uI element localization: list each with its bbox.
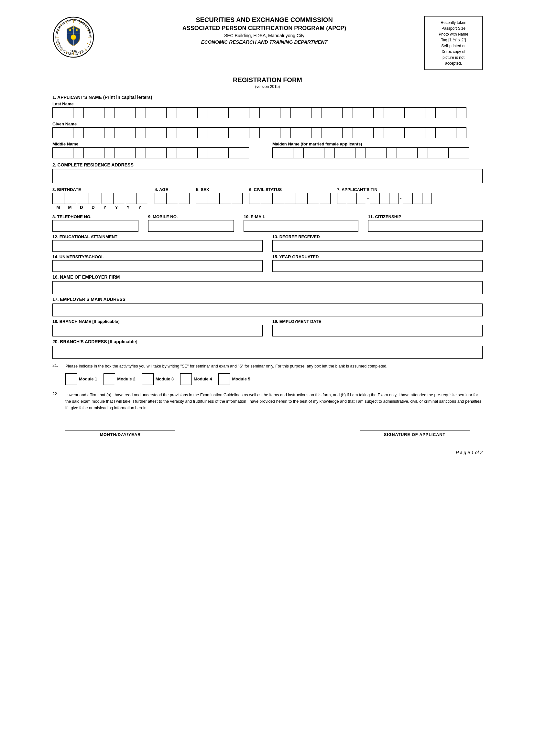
university-input[interactable] xyxy=(52,260,263,272)
char-cell[interactable] xyxy=(197,127,208,138)
char-cell[interactable] xyxy=(352,107,363,118)
char-cell[interactable] xyxy=(73,107,83,118)
char-cell[interactable] xyxy=(125,148,135,158)
char-cell[interactable] xyxy=(83,148,94,158)
date-cell-m1[interactable] xyxy=(52,193,64,204)
cs-cell3[interactable] xyxy=(272,193,284,204)
sex-cell3[interactable] xyxy=(219,193,231,204)
char-cell[interactable] xyxy=(52,127,63,138)
char-cell[interactable] xyxy=(94,127,104,138)
char-cell[interactable] xyxy=(197,107,208,118)
char-cell[interactable] xyxy=(177,107,187,118)
sex-cell2[interactable] xyxy=(208,193,219,204)
char-cell[interactable] xyxy=(446,127,456,138)
char-cell[interactable] xyxy=(425,107,436,118)
char-cell[interactable] xyxy=(438,148,448,158)
char-cell[interactable] xyxy=(280,107,291,118)
char-cell[interactable] xyxy=(283,148,293,158)
tin-c4[interactable] xyxy=(370,193,380,204)
char-cell[interactable] xyxy=(228,107,239,118)
char-cell[interactable] xyxy=(259,107,270,118)
char-cell[interactable] xyxy=(456,127,466,138)
char-cell[interactable] xyxy=(322,127,332,138)
char-cell[interactable] xyxy=(249,107,259,118)
char-cell[interactable] xyxy=(270,107,280,118)
char-cell[interactable] xyxy=(291,127,301,138)
char-cell[interactable] xyxy=(135,148,146,158)
char-cell[interactable] xyxy=(314,148,324,158)
tin-c1[interactable] xyxy=(337,193,347,204)
edu-attainment-input[interactable] xyxy=(52,240,263,252)
sex-cell1[interactable] xyxy=(196,193,208,204)
tin-c7[interactable] xyxy=(403,193,412,204)
char-cell[interactable] xyxy=(355,148,366,158)
char-cell[interactable] xyxy=(156,127,166,138)
char-cell[interactable] xyxy=(386,148,397,158)
char-cell[interactable] xyxy=(218,127,228,138)
char-cell[interactable] xyxy=(187,148,197,158)
char-cell[interactable] xyxy=(83,127,94,138)
char-cell[interactable] xyxy=(345,148,355,158)
employer-address-input[interactable] xyxy=(52,304,483,316)
date-cell-m2[interactable] xyxy=(64,193,76,204)
char-cell[interactable] xyxy=(166,127,177,138)
char-cell[interactable] xyxy=(135,107,146,118)
char-cell[interactable] xyxy=(407,148,417,158)
date-cell-d2[interactable] xyxy=(89,193,100,204)
tin-c3[interactable] xyxy=(356,193,366,204)
char-cell[interactable] xyxy=(177,148,187,158)
branch-address-input[interactable] xyxy=(52,346,483,359)
char-cell[interactable] xyxy=(301,107,311,118)
tin-c5[interactable] xyxy=(380,193,389,204)
tin-c9[interactable] xyxy=(422,193,432,204)
char-cell[interactable] xyxy=(52,148,63,158)
email-input[interactable] xyxy=(243,220,358,232)
char-cell[interactable] xyxy=(218,107,228,118)
char-cell[interactable] xyxy=(436,107,446,118)
tin-c6[interactable] xyxy=(389,193,399,204)
char-cell[interactable] xyxy=(363,107,373,118)
char-cell[interactable] xyxy=(332,127,342,138)
char-cell[interactable] xyxy=(272,148,283,158)
char-cell[interactable] xyxy=(146,107,156,118)
char-cell[interactable] xyxy=(415,107,425,118)
char-cell[interactable] xyxy=(187,107,197,118)
char-cell[interactable] xyxy=(94,107,104,118)
mobile-input[interactable] xyxy=(148,220,234,232)
char-cell[interactable] xyxy=(115,148,125,158)
char-cell[interactable] xyxy=(177,127,187,138)
tin-c2[interactable] xyxy=(347,193,356,204)
char-cell[interactable] xyxy=(363,127,373,138)
char-cell[interactable] xyxy=(63,107,73,118)
char-cell[interactable] xyxy=(104,107,115,118)
char-cell[interactable] xyxy=(459,148,469,158)
char-cell[interactable] xyxy=(239,148,249,158)
char-cell[interactable] xyxy=(324,148,334,158)
module3-checkbox[interactable] xyxy=(142,373,154,385)
char-cell[interactable] xyxy=(446,107,456,118)
char-cell[interactable] xyxy=(303,148,314,158)
branch-name-input[interactable] xyxy=(52,325,263,337)
char-cell[interactable] xyxy=(166,107,177,118)
char-cell[interactable] xyxy=(187,127,197,138)
char-cell[interactable] xyxy=(94,148,104,158)
char-cell[interactable] xyxy=(166,148,177,158)
module5-checkbox[interactable] xyxy=(218,373,230,385)
degree-input[interactable] xyxy=(272,240,483,252)
char-cell[interactable] xyxy=(259,127,270,138)
char-cell[interactable] xyxy=(104,148,115,158)
char-cell[interactable] xyxy=(83,107,94,118)
char-cell[interactable] xyxy=(228,148,239,158)
module1-checkbox[interactable] xyxy=(65,373,77,385)
residence-address-input[interactable] xyxy=(52,169,483,183)
char-cell[interactable] xyxy=(334,148,345,158)
date-cell-d1[interactable] xyxy=(77,193,89,204)
sex-cell4[interactable] xyxy=(231,193,242,204)
char-cell[interactable] xyxy=(115,107,125,118)
char-cell[interactable] xyxy=(383,127,394,138)
char-cell[interactable] xyxy=(218,148,228,158)
char-cell[interactable] xyxy=(208,148,218,158)
char-cell[interactable] xyxy=(63,127,73,138)
char-cell[interactable] xyxy=(342,127,352,138)
employment-date-input[interactable] xyxy=(272,325,483,337)
